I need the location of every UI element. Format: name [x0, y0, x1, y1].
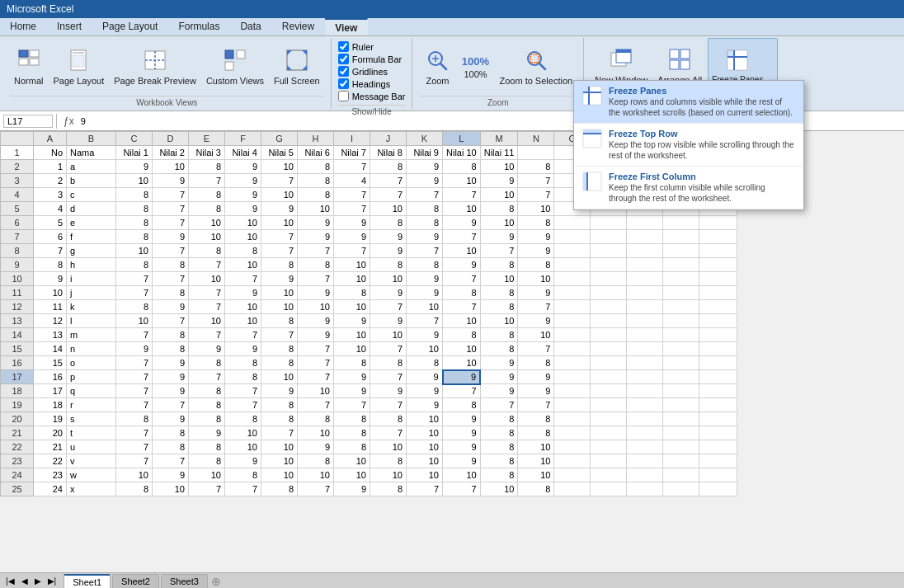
cell-L20[interactable]: 9 [443, 412, 481, 426]
cell-P13[interactable] [591, 314, 627, 328]
cell-O18[interactable] [554, 384, 591, 398]
cell-P8[interactable] [591, 244, 627, 258]
cell-C18[interactable]: 7 [116, 384, 153, 398]
cell-N20[interactable]: 8 [518, 412, 554, 426]
cell-Q7[interactable] [627, 230, 663, 244]
message-bar-checkbox[interactable] [338, 91, 349, 101]
cell-J3[interactable]: 7 [370, 174, 407, 188]
cell-S12[interactable] [699, 300, 737, 314]
cell-S24[interactable] [699, 468, 737, 482]
ribbon-tab-home[interactable]: Home [0, 18, 47, 35]
cell-R13[interactable] [663, 314, 699, 328]
gridlines-checkbox-item[interactable]: Gridlines [338, 66, 406, 77]
row-header-4[interactable]: 4 [1, 188, 34, 202]
cell-E23[interactable]: 8 [189, 454, 225, 468]
cell-L18[interactable]: 7 [443, 384, 481, 398]
cell-K1[interactable]: Nilai 9 [407, 146, 443, 160]
cell-I18[interactable]: 9 [334, 384, 370, 398]
cell-Q11[interactable] [627, 286, 663, 300]
cell-B16[interactable]: o [67, 356, 116, 370]
cell-R16[interactable] [663, 356, 699, 370]
cell-M18[interactable]: 9 [480, 384, 518, 398]
cell-Q8[interactable] [627, 244, 663, 258]
cell-C20[interactable]: 8 [116, 412, 153, 426]
cell-K21[interactable]: 10 [407, 426, 443, 440]
cell-R14[interactable] [663, 328, 699, 342]
cell-L1[interactable]: Nilai 10 [443, 146, 481, 160]
cell-N2[interactable]: 8 [518, 160, 554, 174]
sheet-tab-sheet3[interactable]: Sheet3 [161, 574, 208, 588]
full-screen-button[interactable]: Full Screen [270, 39, 324, 95]
normal-button[interactable]: Normal [10, 39, 47, 95]
cell-P20[interactable] [591, 412, 627, 426]
cell-J11[interactable]: 9 [370, 286, 407, 300]
cell-R6[interactable] [663, 216, 699, 230]
page-break-preview-button[interactable]: Page Break Preview [110, 39, 200, 95]
cell-F9[interactable]: 10 [225, 258, 261, 272]
cell-M20[interactable]: 8 [480, 412, 518, 426]
cell-L11[interactable]: 8 [443, 286, 481, 300]
cell-R9[interactable] [663, 258, 699, 272]
cell-R17[interactable] [663, 370, 699, 384]
gridlines-checkbox[interactable] [338, 66, 349, 77]
cell-K9[interactable]: 8 [407, 258, 443, 272]
row-header-7[interactable]: 7 [1, 230, 34, 244]
cell-O8[interactable] [554, 244, 591, 258]
cell-E1[interactable]: Nilai 3 [189, 146, 225, 160]
cell-K3[interactable]: 9 [407, 174, 443, 188]
col-header-N[interactable]: N [518, 132, 554, 146]
cell-O12[interactable] [554, 300, 591, 314]
cell-A9[interactable]: 8 [34, 258, 67, 272]
cell-L14[interactable]: 8 [443, 328, 481, 342]
cell-J9[interactable]: 8 [370, 258, 407, 272]
cell-J18[interactable]: 9 [370, 384, 407, 398]
cell-S20[interactable] [699, 412, 737, 426]
cell-S13[interactable] [699, 314, 737, 328]
cell-H7[interactable]: 9 [298, 230, 334, 244]
col-header-A[interactable]: A [34, 132, 67, 146]
cell-A5[interactable]: 4 [34, 202, 67, 216]
cell-K7[interactable]: 9 [407, 230, 443, 244]
cell-S11[interactable] [699, 286, 737, 300]
cell-M17[interactable]: 9 [480, 370, 518, 384]
cell-N5[interactable]: 10 [518, 202, 554, 216]
cell-I6[interactable]: 9 [334, 216, 370, 230]
cell-J12[interactable]: 7 [370, 300, 407, 314]
cell-O11[interactable] [554, 286, 591, 300]
cell-A23[interactable]: 22 [34, 454, 67, 468]
cell-D11[interactable]: 8 [153, 286, 189, 300]
cell-D7[interactable]: 9 [153, 230, 189, 244]
cell-F4[interactable]: 9 [225, 188, 261, 202]
cell-J23[interactable]: 8 [370, 454, 407, 468]
cell-L13[interactable]: 10 [443, 314, 481, 328]
formula-bar-checkbox[interactable] [338, 54, 349, 64]
cell-O24[interactable] [554, 468, 591, 482]
cell-Q21[interactable] [627, 426, 663, 440]
cell-R24[interactable] [663, 468, 699, 482]
cell-J6[interactable]: 8 [370, 216, 407, 230]
cell-N9[interactable]: 8 [518, 258, 554, 272]
cell-D15[interactable]: 8 [153, 342, 189, 356]
cell-E15[interactable]: 9 [189, 342, 225, 356]
zoom-to-selection-button[interactable]: Zoom to Selection [495, 39, 577, 95]
cell-C1[interactable]: Nilai 1 [116, 146, 153, 160]
cell-S21[interactable] [699, 426, 737, 440]
cell-G12[interactable]: 10 [261, 300, 298, 314]
cell-C23[interactable]: 7 [116, 454, 153, 468]
cell-C15[interactable]: 9 [116, 342, 153, 356]
cell-L7[interactable]: 7 [443, 230, 481, 244]
cell-A16[interactable]: 15 [34, 356, 67, 370]
cell-L19[interactable]: 8 [443, 398, 481, 412]
cell-S15[interactable] [699, 342, 737, 356]
row-header-11[interactable]: 11 [1, 286, 34, 300]
cell-N18[interactable]: 9 [518, 384, 554, 398]
cell-P12[interactable] [591, 300, 627, 314]
cell-B3[interactable]: b [67, 174, 116, 188]
ribbon-tab-formulas[interactable]: Formulas [168, 18, 230, 35]
sheet-prev-button[interactable]: ◀ [19, 576, 31, 586]
cell-N16[interactable]: 8 [518, 356, 554, 370]
cell-P24[interactable] [591, 468, 627, 482]
cell-A12[interactable]: 11 [34, 300, 67, 314]
cell-F23[interactable]: 9 [225, 454, 261, 468]
cell-I17[interactable]: 9 [334, 370, 370, 384]
